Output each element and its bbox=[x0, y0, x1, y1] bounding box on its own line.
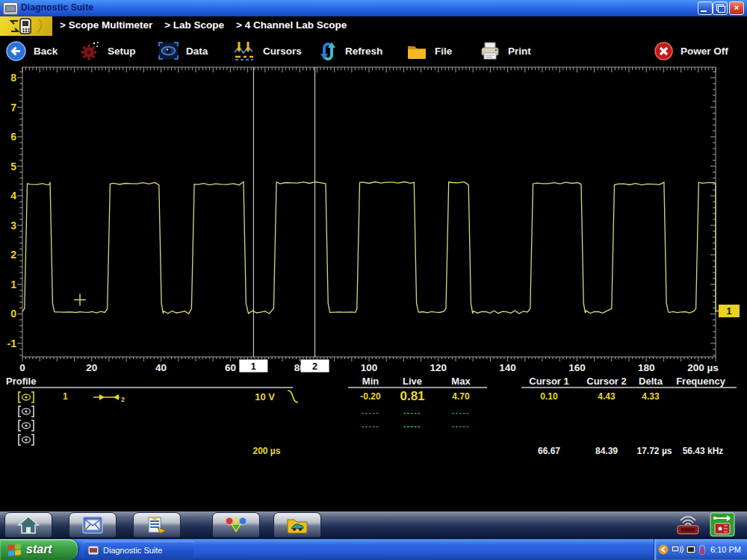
component-tests-button[interactable] bbox=[212, 512, 260, 538]
app-bottom-bar: 2000 Toyota Corolla bbox=[0, 511, 747, 539]
channel-1-marker-label: 1 bbox=[727, 306, 732, 317]
measurement-panel: Profile 1 2 bbox=[0, 373, 747, 459]
timebase-value: 200 µs bbox=[247, 446, 287, 456]
trigger-marker[interactable] bbox=[74, 293, 86, 305]
frequency-header: Frequency bbox=[667, 376, 734, 387]
max-value: 4.70 bbox=[438, 391, 483, 402]
frequency-value: 56.43 kHz bbox=[669, 446, 737, 456]
min-header: Min bbox=[348, 376, 393, 387]
x-axis-label: 140 bbox=[499, 362, 516, 373]
home-icon bbox=[17, 515, 40, 535]
messages-button[interactable] bbox=[69, 512, 117, 538]
x-axis-label: 120 bbox=[430, 362, 447, 373]
y-axis-label: 6 bbox=[10, 131, 16, 143]
network-status-icon[interactable] bbox=[671, 544, 684, 555]
gadget-icon bbox=[224, 515, 248, 535]
y-axis-label: 8 bbox=[10, 72, 16, 84]
y-axis-label: 1 bbox=[10, 279, 16, 290]
trigger-slope-icon bbox=[285, 388, 300, 405]
playback-bar: 00:00:087 bbox=[0, 459, 747, 511]
divider bbox=[521, 387, 737, 388]
y-axis-label: 0 bbox=[10, 308, 16, 320]
channel-1-eye-toggle[interactable] bbox=[18, 391, 34, 403]
delta-voltage: 4.33 bbox=[621, 391, 681, 402]
y-axis-label: 4 bbox=[10, 190, 16, 202]
ch3-min-placeholder: ----- bbox=[348, 422, 393, 430]
x-axis-label: 160 bbox=[568, 362, 586, 373]
divider bbox=[22, 387, 293, 388]
scanner-wireless-icon bbox=[673, 514, 703, 536]
cursor1-voltage: 0.10 bbox=[519, 391, 579, 402]
x-axis-label: 0 bbox=[19, 362, 25, 373]
trigger-position-icon: 2 bbox=[93, 391, 127, 403]
cursor-1-flag-label: 1 bbox=[251, 361, 256, 372]
taskbar-app-button[interactable]: Diagnostic Suite bbox=[84, 541, 194, 559]
scanner-status[interactable] bbox=[672, 514, 704, 536]
channel-scale: 10 V bbox=[245, 391, 275, 402]
y-axis-label: 7 bbox=[10, 102, 16, 113]
ch3-max-placeholder: ----- bbox=[438, 422, 483, 430]
y-axis-label: 5 bbox=[10, 161, 16, 172]
windows-flag-icon bbox=[7, 543, 22, 556]
channel-3-eye-toggle[interactable] bbox=[18, 420, 34, 432]
x-axis-label: 180 bbox=[638, 362, 655, 373]
ch2-live-placeholder: ----- bbox=[390, 408, 435, 417]
max-header: Max bbox=[438, 376, 483, 387]
task-app-icon bbox=[88, 546, 99, 555]
ch2-max-placeholder: ----- bbox=[438, 408, 483, 417]
y-axis-label: -1 bbox=[7, 337, 17, 349]
channel-1-waveform bbox=[22, 182, 716, 314]
x-axis-label: 60 bbox=[225, 362, 236, 373]
home-button[interactable] bbox=[4, 512, 52, 538]
battery-status-icon[interactable] bbox=[698, 544, 706, 555]
system-tray: 6:10 PM bbox=[654, 539, 747, 560]
cursor1-time: 66.67 bbox=[519, 446, 579, 456]
display-settings-icon[interactable] bbox=[686, 544, 696, 555]
taskbar: start Diagnostic Suite bbox=[0, 539, 747, 560]
vehicle-folder-icon bbox=[286, 515, 309, 535]
y-axis-label: 3 bbox=[10, 220, 16, 231]
usb-icon bbox=[707, 512, 737, 537]
tray-collapse-icon[interactable] bbox=[658, 544, 669, 555]
vehicle-records-button[interactable] bbox=[273, 512, 321, 538]
start-button[interactable]: start bbox=[0, 539, 78, 560]
mail-icon bbox=[81, 515, 104, 535]
data-list-icon bbox=[146, 515, 168, 535]
ch2-min-placeholder: ----- bbox=[348, 408, 393, 417]
x-axis-label: 20 bbox=[86, 362, 97, 373]
x-axis-label: 40 bbox=[155, 362, 167, 373]
channel-number: 1 bbox=[63, 391, 68, 402]
divider bbox=[348, 387, 487, 388]
start-label: start bbox=[26, 543, 52, 556]
usb-status[interactable] bbox=[707, 512, 738, 537]
data-manager-button[interactable] bbox=[133, 512, 181, 538]
scope-plot: 876543210-1020406080100120140160180200 µ… bbox=[0, 0, 747, 377]
channel-4-eye-toggle[interactable] bbox=[18, 434, 34, 446]
diagnostic-suite-window: Diagnostic Suite × > Scope Multimeter > … bbox=[0, 0, 747, 560]
svg-text:2: 2 bbox=[121, 396, 125, 403]
clock: 6:10 PM bbox=[710, 545, 741, 554]
y-axis-label: 2 bbox=[10, 249, 16, 261]
ch3-live-placeholder: ----- bbox=[390, 422, 435, 430]
profile-header: Profile bbox=[6, 376, 36, 387]
live-header: Live bbox=[390, 376, 435, 387]
min-value: -0.20 bbox=[348, 391, 393, 402]
channel-2-eye-toggle[interactable] bbox=[18, 405, 34, 417]
x-axis-label: 200 µs bbox=[687, 362, 719, 373]
x-axis-label: 100 bbox=[361, 362, 378, 373]
cursor-2-flag-label: 2 bbox=[312, 361, 317, 372]
taskbar-app-label: Diagnostic Suite bbox=[103, 546, 163, 555]
live-value: 0.81 bbox=[390, 389, 435, 404]
cursor1-header: Cursor 1 bbox=[519, 376, 579, 387]
